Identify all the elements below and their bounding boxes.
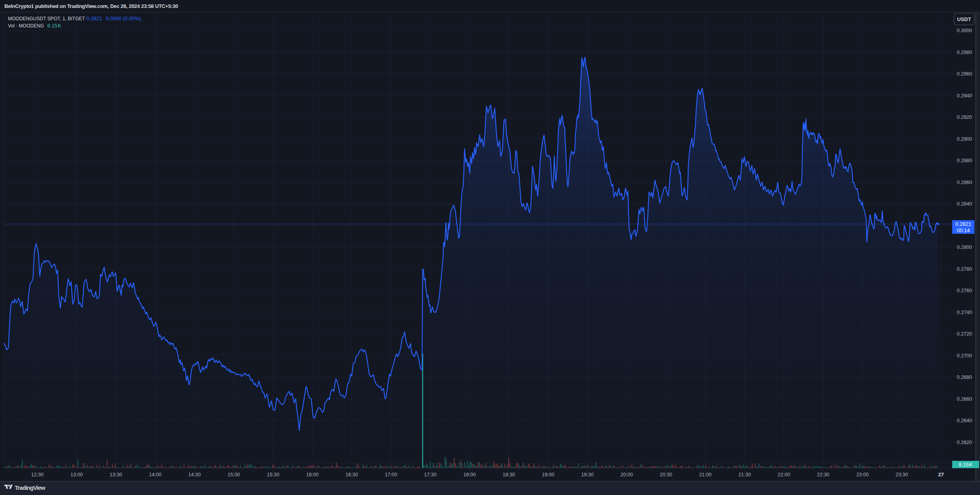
svg-text:0.2821: 0.2821 [955,221,971,227]
svg-text:16:00: 16:00 [306,472,318,478]
svg-text:0.2840: 0.2840 [957,201,972,207]
svg-text:0.2680: 0.2680 [957,375,972,380]
svg-text:23:00: 23:00 [856,472,869,478]
svg-text:USDT: USDT [957,16,971,22]
svg-text:22:00: 22:00 [778,472,790,478]
svg-text:8.15 K: 8.15 K [959,462,972,468]
svg-text:21:00: 21:00 [699,472,711,478]
svg-text:15:30: 15:30 [267,472,279,478]
svg-text:0.2660: 0.2660 [957,396,972,402]
svg-text:0.2960: 0.2960 [957,71,972,77]
svg-text:18:00: 18:00 [463,472,476,478]
svg-text:12:30: 12:30 [31,472,43,478]
svg-text:0.2940: 0.2940 [957,93,972,99]
svg-text:21:30: 21:30 [738,472,751,478]
svg-text:0.2760: 0.2760 [957,288,972,293]
svg-text:0.2980: 0.2980 [957,50,972,55]
svg-text:0.2740: 0.2740 [957,310,972,315]
svg-text:0.2900: 0.2900 [957,136,972,142]
svg-text:17:30: 17:30 [424,472,436,478]
svg-text:19:00: 19:00 [542,472,554,478]
svg-text:0.3000: 0.3000 [957,28,972,33]
svg-text:Vol · MOODENG: Vol · MOODENG [8,23,44,29]
svg-text:TradingView: TradingView [15,484,45,491]
svg-text:23:30: 23:30 [895,472,908,478]
svg-text:13:30: 13:30 [110,472,122,478]
svg-text:18:30: 18:30 [503,472,515,478]
svg-text:17:00: 17:00 [385,472,397,478]
svg-text:MOODENGUSDT SPOT, 1, BITGET: MOODENGUSDT SPOT, 1, BITGET [8,16,85,21]
svg-text:BeInCrypto1 published on Tradi: BeInCrypto1 published on TradingView.com… [4,3,178,9]
svg-text:19:30: 19:30 [581,472,594,478]
svg-text:16:30: 16:30 [345,472,358,478]
svg-text:15:00: 15:00 [228,472,240,478]
svg-text:20:00: 20:00 [620,472,633,478]
svg-text:0.2860: 0.2860 [957,180,972,185]
svg-text:0.2700: 0.2700 [957,353,972,359]
svg-text:8.15 K: 8.15 K [47,23,61,29]
svg-text:0.2920: 0.2920 [957,115,972,120]
svg-text:0.2780: 0.2780 [957,266,972,272]
svg-text:13:00: 13:00 [70,472,83,478]
svg-text:0.2800: 0.2800 [957,245,972,250]
svg-text:14:00: 14:00 [149,472,161,478]
svg-text:27: 27 [938,472,944,478]
svg-text:0.2821: 0.2821 [86,16,102,21]
svg-text:0.2880: 0.2880 [957,158,972,163]
svg-text:00:14: 00:14 [957,227,970,233]
svg-text:0.2620: 0.2620 [957,440,972,445]
svg-text:0.0000 (0.00%): 0.0000 (0.00%) [106,16,141,21]
svg-text:22:30: 22:30 [817,472,829,478]
svg-text:0.2640: 0.2640 [957,418,972,423]
svg-text:0.2720: 0.2720 [957,331,972,337]
svg-text:20:30: 20:30 [660,472,672,478]
svg-text:14:30: 14:30 [188,472,201,478]
